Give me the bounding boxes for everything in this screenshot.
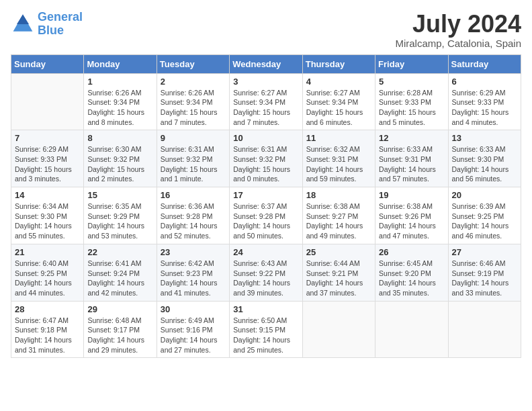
day-info: Sunrise: 6:48 AMSunset: 9:17 PMDaylight:… [87,316,152,355]
day-cell-26: 26Sunrise: 6:45 AMSunset: 9:20 PMDayligh… [375,244,448,301]
day-info: Sunrise: 6:45 AMSunset: 9:20 PMDaylight:… [379,259,444,298]
weekday-header-sunday: Sunday [11,54,84,73]
day-number: 1 [87,77,152,87]
day-cell-8: 8Sunrise: 6:30 AMSunset: 9:32 PMDaylight… [84,130,157,187]
day-cell-6: 6Sunrise: 6:29 AMSunset: 9:33 PMDaylight… [448,73,521,130]
day-cell-17: 17Sunrise: 6:37 AMSunset: 9:28 PMDayligh… [230,187,302,244]
logo: General Blue [11,11,83,38]
day-number: 30 [161,304,226,314]
day-number: 9 [161,133,226,143]
day-info: Sunrise: 6:30 AMSunset: 9:32 PMDaylight:… [87,144,152,184]
day-cell-22: 22Sunrise: 6:41 AMSunset: 9:24 PMDayligh… [84,244,157,301]
week-row-0: 1Sunrise: 6:26 AMSunset: 9:34 PMDaylight… [11,73,521,130]
logo-line1: General [38,10,83,24]
day-cell-29: 29Sunrise: 6:48 AMSunset: 9:17 PMDayligh… [84,301,157,358]
day-info: Sunrise: 6:50 AMSunset: 9:15 PMDaylight:… [233,316,298,355]
day-cell-1: 1Sunrise: 6:26 AMSunset: 9:34 PMDaylight… [84,73,157,130]
day-info: Sunrise: 6:28 AMSunset: 9:33 PMDaylight:… [379,88,444,128]
day-cell-16: 16Sunrise: 6:36 AMSunset: 9:28 PMDayligh… [157,187,229,244]
day-number: 25 [306,247,371,257]
title-block: July 2024 Miralcamp, Catalonia, Spain [395,11,521,49]
weekday-header-saturday: Saturday [448,54,521,73]
empty-cell [11,73,84,130]
day-number: 8 [87,133,152,143]
day-number: 3 [233,77,298,87]
day-number: 18 [306,190,371,200]
day-number: 28 [15,304,80,314]
day-info: Sunrise: 6:49 AMSunset: 9:16 PMDaylight:… [161,316,226,355]
weekday-header-row: SundayMondayTuesdayWednesdayThursdayFrid… [11,54,521,73]
logo-text: General Blue [38,11,83,38]
week-row-1: 7Sunrise: 6:29 AMSunset: 9:33 PMDaylight… [11,130,521,187]
day-info: Sunrise: 6:26 AMSunset: 9:34 PMDaylight:… [161,88,226,128]
day-cell-31: 31Sunrise: 6:50 AMSunset: 9:15 PMDayligh… [230,301,302,358]
week-row-4: 28Sunrise: 6:47 AMSunset: 9:18 PMDayligh… [11,301,521,358]
day-info: Sunrise: 6:33 AMSunset: 9:30 PMDaylight:… [452,144,517,184]
day-number: 11 [306,133,371,143]
day-cell-21: 21Sunrise: 6:40 AMSunset: 9:25 PMDayligh… [11,244,84,301]
day-number: 21 [15,247,80,257]
day-info: Sunrise: 6:36 AMSunset: 9:28 PMDaylight:… [161,201,226,241]
empty-cell [448,301,521,358]
weekday-header-monday: Monday [84,54,157,73]
day-cell-9: 9Sunrise: 6:31 AMSunset: 9:32 PMDaylight… [157,130,229,187]
day-number: 26 [379,247,444,257]
day-cell-28: 28Sunrise: 6:47 AMSunset: 9:18 PMDayligh… [11,301,84,358]
day-cell-4: 4Sunrise: 6:27 AMSunset: 9:34 PMDaylight… [302,73,375,130]
day-number: 29 [87,304,152,314]
day-cell-5: 5Sunrise: 6:28 AMSunset: 9:33 PMDaylight… [375,73,448,130]
day-info: Sunrise: 6:42 AMSunset: 9:23 PMDaylight:… [161,259,226,298]
day-number: 13 [452,133,517,143]
day-number: 12 [379,133,444,143]
day-info: Sunrise: 6:38 AMSunset: 9:27 PMDaylight:… [306,201,371,241]
day-cell-12: 12Sunrise: 6:33 AMSunset: 9:31 PMDayligh… [375,130,448,187]
day-cell-23: 23Sunrise: 6:42 AMSunset: 9:23 PMDayligh… [157,244,229,301]
day-info: Sunrise: 6:38 AMSunset: 9:26 PMDaylight:… [379,201,444,241]
day-info: Sunrise: 6:31 AMSunset: 9:32 PMDaylight:… [161,144,226,184]
day-info: Sunrise: 6:32 AMSunset: 9:31 PMDaylight:… [306,144,371,184]
day-cell-15: 15Sunrise: 6:35 AMSunset: 9:29 PMDayligh… [84,187,157,244]
day-info: Sunrise: 6:47 AMSunset: 9:18 PMDaylight:… [15,316,80,355]
day-number: 4 [306,77,371,87]
day-number: 7 [15,133,80,143]
day-info: Sunrise: 6:29 AMSunset: 9:33 PMDaylight:… [452,88,517,128]
month-year: July 2024 [395,11,521,38]
day-cell-7: 7Sunrise: 6:29 AMSunset: 9:33 PMDaylight… [11,130,84,187]
day-info: Sunrise: 6:27 AMSunset: 9:34 PMDaylight:… [233,88,298,128]
day-number: 23 [161,247,226,257]
day-cell-2: 2Sunrise: 6:26 AMSunset: 9:34 PMDaylight… [157,73,229,130]
day-info: Sunrise: 6:35 AMSunset: 9:29 PMDaylight:… [87,201,152,241]
day-cell-24: 24Sunrise: 6:43 AMSunset: 9:22 PMDayligh… [230,244,302,301]
day-cell-19: 19Sunrise: 6:38 AMSunset: 9:26 PMDayligh… [375,187,448,244]
calendar-header: SundayMondayTuesdayWednesdayThursdayFrid… [11,54,521,73]
calendar-body: 1Sunrise: 6:26 AMSunset: 9:34 PMDaylight… [11,73,521,358]
day-number: 2 [161,77,226,87]
day-number: 10 [233,133,298,143]
day-number: 19 [379,190,444,200]
day-number: 5 [379,77,444,87]
day-info: Sunrise: 6:46 AMSunset: 9:19 PMDaylight:… [452,259,517,298]
day-number: 17 [233,190,298,200]
day-number: 20 [452,190,517,200]
day-number: 27 [452,247,517,257]
day-info: Sunrise: 6:27 AMSunset: 9:34 PMDaylight:… [306,88,371,128]
day-info: Sunrise: 6:33 AMSunset: 9:31 PMDaylight:… [379,144,444,184]
empty-cell [375,301,448,358]
day-info: Sunrise: 6:34 AMSunset: 9:30 PMDaylight:… [15,201,80,241]
day-number: 14 [15,190,80,200]
day-cell-30: 30Sunrise: 6:49 AMSunset: 9:16 PMDayligh… [157,301,229,358]
day-info: Sunrise: 6:31 AMSunset: 9:32 PMDaylight:… [233,144,298,184]
svg-marker-1 [17,14,29,24]
week-row-2: 14Sunrise: 6:34 AMSunset: 9:30 PMDayligh… [11,187,521,244]
day-cell-14: 14Sunrise: 6:34 AMSunset: 9:30 PMDayligh… [11,187,84,244]
day-cell-3: 3Sunrise: 6:27 AMSunset: 9:34 PMDaylight… [230,73,302,130]
day-info: Sunrise: 6:40 AMSunset: 9:25 PMDaylight:… [15,259,80,298]
day-info: Sunrise: 6:29 AMSunset: 9:33 PMDaylight:… [15,144,80,184]
day-cell-20: 20Sunrise: 6:39 AMSunset: 9:25 PMDayligh… [448,187,521,244]
location: Miralcamp, Catalonia, Spain [395,38,521,49]
day-number: 15 [87,190,152,200]
day-cell-13: 13Sunrise: 6:33 AMSunset: 9:30 PMDayligh… [448,130,521,187]
day-cell-25: 25Sunrise: 6:44 AMSunset: 9:21 PMDayligh… [302,244,375,301]
day-info: Sunrise: 6:37 AMSunset: 9:28 PMDaylight:… [233,201,298,241]
weekday-header-wednesday: Wednesday [230,54,302,73]
